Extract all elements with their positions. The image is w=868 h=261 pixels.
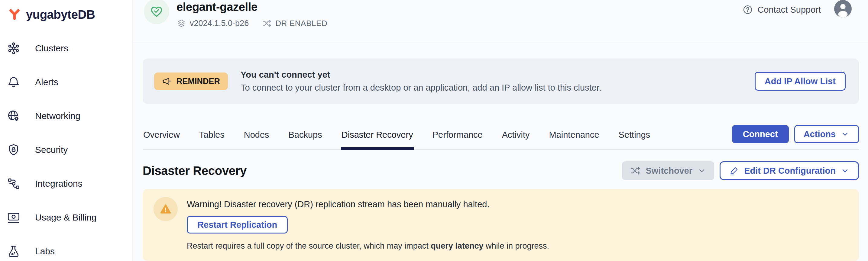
- globe-gear-icon: [7, 109, 21, 123]
- warning-triangle-icon: [160, 203, 172, 215]
- sidebar-item-alerts[interactable]: Alerts: [0, 65, 132, 99]
- sidebar-item-integrations[interactable]: Integrations: [0, 167, 132, 201]
- tab-performance[interactable]: Performance: [432, 125, 483, 150]
- sidebar-item-label: Security: [35, 145, 68, 155]
- warning-icon-circle: [154, 197, 178, 221]
- tab-disaster-recovery[interactable]: Disaster Recovery: [341, 125, 414, 150]
- warning-banner: Warning! Disaster recovery (DR) replicat…: [143, 189, 859, 261]
- pencil-icon: [729, 166, 739, 176]
- clusters-icon: [7, 41, 21, 55]
- sidebar-item-usage-billing[interactable]: Usage & Billing: [0, 201, 132, 234]
- version-label: v2024.1.5.0-b26: [190, 19, 249, 28]
- sidebar-item-networking[interactable]: Networking: [0, 99, 132, 133]
- dr-status-label: DR ENABLED: [275, 19, 327, 28]
- cluster-version: v2024.1.5.0-b26: [177, 19, 249, 28]
- tab-tables[interactable]: Tables: [198, 125, 225, 150]
- warning-note-emphasis: query latency: [431, 241, 483, 251]
- tab-maintenance[interactable]: Maintenance: [549, 125, 600, 150]
- chevron-down-icon: [840, 166, 849, 175]
- sidebar-item-label: Usage & Billing: [35, 213, 96, 223]
- sidebar-item-labs[interactable]: Labs: [0, 234, 132, 261]
- connect-button[interactable]: Connect: [732, 125, 789, 143]
- restart-replication-button[interactable]: Restart Replication: [187, 216, 288, 233]
- actions-label: Actions: [804, 129, 836, 139]
- main-content: REMINDER You can't connect yet To connec…: [133, 43, 868, 261]
- heart-check-icon: [149, 4, 164, 19]
- sidebar: yugabyteDB Clusters Alerts: [0, 0, 133, 261]
- tabs-row: Overview Tables Nodes Backups Disaster R…: [143, 125, 859, 150]
- tab-backups[interactable]: Backups: [288, 125, 323, 150]
- chevron-down-icon: [840, 130, 849, 139]
- person-icon: [834, 0, 852, 18]
- cluster-health-badge: [144, 0, 169, 24]
- chevron-down-icon: [697, 166, 706, 175]
- content-column: elegant-gazelle v2024.1.5.0-b26: [133, 0, 868, 261]
- add-ip-allow-list-button[interactable]: Add IP Allow List: [755, 72, 846, 91]
- reminder-title: You can't connect yet: [241, 70, 601, 80]
- cluster-header: elegant-gazelle v2024.1.5.0-b26: [133, 0, 868, 43]
- shuffle-icon: [630, 165, 641, 176]
- flask-icon: [7, 244, 21, 258]
- dr-section-header: Disaster Recovery Switchover Edit DR Co: [143, 161, 859, 180]
- workflow-icon: [7, 177, 21, 191]
- tab-overview[interactable]: Overview: [143, 125, 180, 150]
- warning-title: Warning! Disaster recovery (DR) replicat…: [187, 199, 489, 209]
- edit-dr-configuration-button[interactable]: Edit DR Configuration: [720, 161, 859, 180]
- banknote-icon: [7, 210, 21, 224]
- shield-lock-icon: [7, 143, 21, 157]
- sidebar-item-security[interactable]: Security: [0, 133, 132, 167]
- cluster-info: elegant-gazelle v2024.1.5.0-b26: [177, 0, 327, 28]
- sidebar-item-label: Integrations: [35, 178, 83, 189]
- reminder-badge: REMINDER: [154, 72, 228, 90]
- actions-dropdown-button[interactable]: Actions: [794, 125, 859, 143]
- brand-logo[interactable]: yugabyteDB: [0, 0, 132, 24]
- cluster-name: elegant-gazelle: [177, 1, 327, 13]
- layers-icon: [177, 19, 186, 28]
- tab-actions: Connect Actions: [732, 125, 859, 143]
- question-circle-icon: [742, 4, 753, 15]
- tab-settings[interactable]: Settings: [618, 125, 651, 150]
- reminder-banner: REMINDER You can't connect yet To connec…: [143, 59, 859, 104]
- warning-note: Restart requires a full copy of the sour…: [187, 241, 549, 251]
- contact-support-label: Contact Support: [757, 5, 821, 15]
- user-avatar[interactable]: [834, 0, 852, 18]
- dr-status-badge: DR ENABLED: [262, 19, 327, 28]
- tab-activity[interactable]: Activity: [501, 125, 530, 150]
- yugabytedb-logo-icon: [8, 8, 21, 21]
- sidebar-item-label: Labs: [35, 246, 55, 257]
- sidebar-nav: Clusters Alerts: [0, 31, 132, 261]
- reminder-message: To connect to your cluster from a deskto…: [241, 83, 601, 93]
- brand-wordmark: yugabyteDB: [26, 8, 95, 22]
- sidebar-item-label: Clusters: [35, 43, 68, 54]
- shuffle-icon: [262, 19, 272, 28]
- sidebar-item-clusters[interactable]: Clusters: [0, 31, 132, 65]
- sidebar-item-label: Alerts: [35, 77, 58, 87]
- sidebar-item-label: Networking: [35, 111, 81, 121]
- page-title: Disaster Recovery: [143, 164, 247, 177]
- tab-nodes[interactable]: Nodes: [243, 125, 270, 150]
- contact-support-link[interactable]: Contact Support: [742, 4, 821, 15]
- bell-icon: [7, 75, 21, 89]
- switchover-label: Switchover: [646, 166, 692, 176]
- reminder-badge-label: REMINDER: [177, 77, 220, 86]
- edit-dr-label: Edit DR Configuration: [744, 166, 836, 176]
- megaphone-icon: [162, 76, 172, 87]
- switchover-dropdown-button[interactable]: Switchover: [622, 161, 714, 180]
